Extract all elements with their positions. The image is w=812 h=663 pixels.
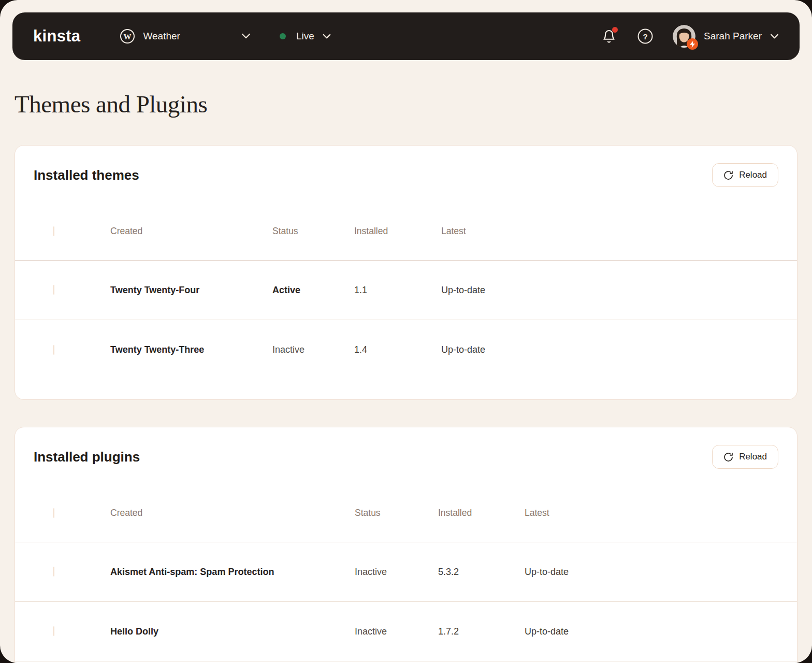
theme-installed-version: 1.4 [354, 344, 441, 355]
reload-icon [723, 452, 733, 462]
plugin-installed-version: 1.7.2 [438, 626, 525, 637]
theme-name: Twenty Twenty-Three [110, 344, 272, 355]
theme-latest-version: Up-to-date [441, 285, 797, 296]
page: kinsta W Weather Live [0, 0, 812, 663]
svg-text:?: ? [643, 32, 647, 41]
theme-status: Active [272, 285, 354, 296]
row-checkbox[interactable] [53, 626, 54, 636]
reload-label: Reload [739, 452, 767, 462]
site-selector-label: Weather [143, 31, 180, 42]
row-checkbox[interactable] [53, 567, 54, 576]
themes-table-header: Created Status Installed Latest [15, 203, 797, 261]
theme-installed-version: 1.1 [354, 285, 441, 296]
svg-text:W: W [124, 33, 132, 41]
notifications-button[interactable] [600, 27, 618, 45]
plugin-name: Hello Dolly [110, 626, 355, 637]
nav-actions: ? [600, 25, 779, 48]
column-header-status: Status [355, 508, 438, 518]
question-circle-icon: ? [637, 28, 654, 45]
installed-plugins-card: Installed plugins Reload Created Status … [15, 427, 798, 663]
wordpress-icon: W [120, 28, 135, 44]
plugin-latest-version: Up-to-date [525, 567, 797, 578]
plugin-installed-version: 5.3.2 [438, 567, 525, 578]
environment-selector[interactable]: Live [280, 31, 331, 42]
column-header-latest: Latest [441, 226, 797, 237]
notification-badge [612, 27, 618, 33]
row-checkbox[interactable] [53, 285, 54, 295]
chevron-down-icon [241, 33, 251, 39]
column-header-installed: Installed [438, 508, 525, 518]
reload-icon [723, 170, 733, 180]
theme-latest-version: Up-to-date [441, 344, 797, 355]
plugins-table-header: Created Status Installed Latest [15, 484, 797, 542]
column-header-latest: Latest [525, 508, 797, 518]
plugin-status: Inactive [355, 567, 438, 578]
page-title: Themes and Plugins [15, 90, 798, 118]
table-row: Akismet Anti-spam: Spam Protection Inact… [15, 542, 797, 602]
environment-label: Live [296, 31, 314, 42]
plugin-status: Inactive [355, 626, 438, 637]
themes-card-title: Installed themes [34, 167, 139, 183]
select-all-checkbox[interactable] [53, 508, 54, 518]
help-button[interactable]: ? [636, 27, 654, 45]
reload-label: Reload [739, 170, 767, 180]
row-checkbox[interactable] [53, 345, 54, 355]
plugins-table: Created Status Installed Latest Akismet … [15, 484, 797, 661]
theme-status: Inactive [272, 344, 354, 355]
plugin-latest-version: Up-to-date [525, 626, 797, 637]
top-nav: kinsta W Weather Live [12, 12, 800, 60]
lightning-bolt-icon [687, 38, 698, 50]
themes-table: Created Status Installed Latest Twenty T… [15, 203, 797, 380]
table-row: Twenty Twenty-Four Active 1.1 Up-to-date [15, 261, 797, 320]
column-header-created: Created [110, 226, 272, 237]
column-header-created: Created [110, 508, 355, 518]
plugins-card-title: Installed plugins [34, 449, 140, 465]
table-row: Twenty Twenty-Three Inactive 1.4 Up-to-d… [15, 320, 797, 380]
select-all-checkbox[interactable] [53, 226, 54, 236]
avatar [673, 25, 695, 48]
site-selector[interactable]: W Weather [120, 28, 250, 44]
user-menu[interactable]: Sarah Parker [673, 25, 779, 48]
chevron-down-icon [323, 34, 331, 39]
column-header-installed: Installed [354, 226, 441, 237]
themes-reload-button[interactable]: Reload [712, 163, 778, 187]
plugin-name: Akismet Anti-spam: Spam Protection [110, 567, 355, 578]
table-row: Hello Dolly Inactive 1.7.2 Up-to-date [15, 602, 797, 661]
main-content: Themes and Plugins Installed themes Relo… [0, 90, 812, 663]
live-status-dot-icon [280, 33, 286, 39]
plugins-reload-button[interactable]: Reload [712, 445, 778, 469]
installed-themes-card: Installed themes Reload Created Status I… [15, 145, 798, 400]
user-name: Sarah Parker [704, 31, 762, 42]
column-header-status: Status [272, 226, 354, 237]
chevron-down-icon [770, 34, 779, 39]
theme-name: Twenty Twenty-Four [110, 285, 272, 296]
kinsta-logo[interactable]: kinsta [33, 27, 80, 46]
